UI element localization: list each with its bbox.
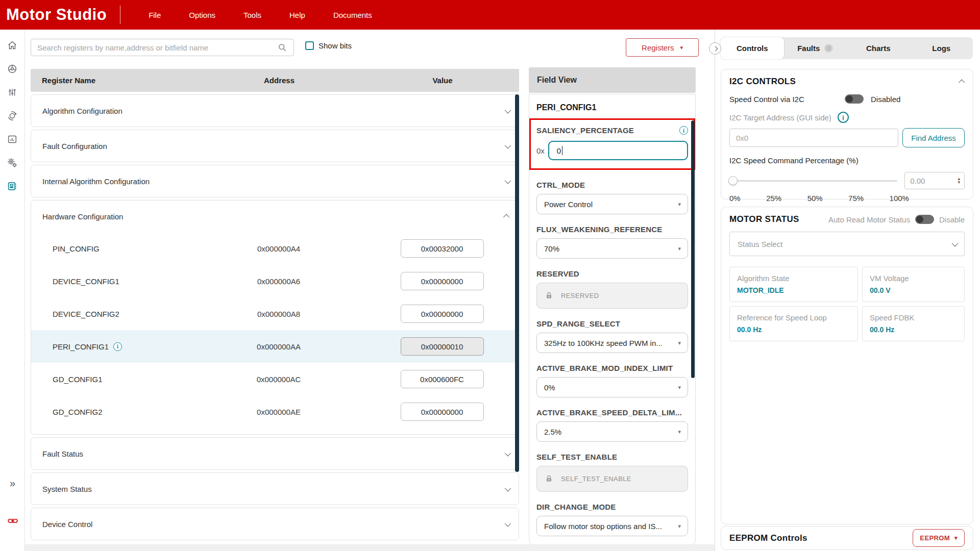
register-map-icon[interactable] [0, 174, 25, 198]
tab-logs[interactable]: Logs [910, 37, 973, 59]
table-row-peri-config1-selected[interactable]: PERI_CONFIG1 i 0x000000AA 0x00000010 [31, 330, 519, 363]
register-search-input[interactable]: Search registers by name,address or bitf… [31, 39, 294, 56]
faults-status-badge [824, 44, 833, 53]
field-label: CTRL_MODE [536, 181, 688, 189]
register-value-input[interactable]: 0x000600FC [401, 370, 484, 388]
algorithm-state-card: Algorithm State MOTOR_IDLE [729, 267, 858, 302]
speed-control-via-i2c-label: Speed Control via I2C [729, 95, 838, 104]
menu-tools[interactable]: Tools [243, 11, 261, 19]
chevron-down-icon [504, 107, 511, 113]
table-row-gd-config2[interactable]: GD_CONFIG2 0x000000AE 0x00000000 [31, 395, 519, 428]
sidebar-expand-button[interactable]: » [0, 478, 25, 489]
link-icon [7, 515, 18, 527]
field-view-panel: Field View PERI_CONFIG1 SALIENCY_PERCENT… [529, 67, 696, 550]
status-select-dropdown[interactable]: Status Select [729, 232, 965, 256]
field-view-scrollbar[interactable] [691, 120, 695, 378]
caret-down-icon: ▾ [678, 340, 681, 346]
auto-read-toggle[interactable] [915, 215, 934, 224]
table-row-pin-config[interactable]: PIN_CONFIG 0x000000A4 0x00032000 [31, 232, 519, 265]
app-logo: Motor Studio [0, 6, 120, 24]
speed-control-toggle[interactable] [845, 94, 864, 104]
tick-label: 50% [807, 194, 823, 203]
panel-collapse-button[interactable] [709, 42, 721, 55]
section-device-control[interactable]: Device Control [31, 508, 519, 540]
section-fault-configuration[interactable]: Fault Configuration [31, 130, 519, 162]
i2c-target-address-label: I2C Target Address (GUI side) [729, 113, 831, 122]
reserved-field: RESERVED RESERVED [529, 269, 695, 309]
dir-change-mode-select[interactable]: Follow motor stop options and IS...▾ [536, 516, 688, 536]
link-share-button[interactable] [0, 515, 25, 527]
home-icon[interactable] [0, 34, 25, 57]
flux-weakening-reference-select[interactable]: 70%▾ [536, 238, 688, 259]
eeprom-controls-card: EEPROM Controls EEPROM ▾ [721, 526, 973, 550]
menu-file[interactable]: File [149, 11, 161, 19]
section-label: Hardware Configuration [31, 212, 495, 221]
show-bits-checkbox[interactable] [305, 41, 314, 50]
eeprom-dropdown-button[interactable]: EEPROM ▾ [913, 529, 965, 547]
spinner-arrows-icon[interactable]: ▴▾ [958, 177, 960, 184]
select-value: 70% [544, 244, 559, 253]
speed-loop-reference-card: Reference for Speed Loop 00.0 Hz [729, 306, 858, 341]
caret-down-icon: ▾ [678, 523, 681, 529]
info-icon[interactable]: i [113, 342, 122, 351]
table-row-device-config2[interactable]: DEVICE_CONFIG2 0x000000A8 0x00000000 [31, 297, 519, 330]
tab-controls[interactable]: Controls [721, 37, 784, 59]
table-row-device-config1[interactable]: DEVICE_CONFIG1 0x000000A6 0x00000000 [31, 265, 519, 297]
register-value-input[interactable]: 0x00000000 [401, 403, 484, 421]
show-bits-toggle[interactable]: Show bits [305, 41, 352, 50]
section-label: Fault Status [31, 449, 495, 458]
find-address-button[interactable]: Find Address [902, 128, 965, 147]
motor-wheel-icon[interactable] [0, 57, 25, 81]
slider-thumb[interactable] [728, 176, 738, 185]
menu-options[interactable]: Options [189, 11, 215, 19]
section-algorithm-configuration[interactable]: Algorithm Configuration [31, 94, 519, 127]
section-internal-algorithm-configuration[interactable]: Internal Algorithm Configuration [31, 165, 519, 197]
tab-label: Charts [866, 44, 891, 53]
chevron-right-icon [713, 46, 718, 51]
saliency-percentage-input[interactable]: 0 [548, 141, 688, 160]
text-cursor [562, 146, 562, 155]
tab-charts[interactable]: Charts [847, 37, 910, 59]
info-icon[interactable]: i [838, 112, 849, 123]
i2c-speed-value-spinner[interactable]: 0.00 ▴▾ [904, 172, 965, 189]
tab-faults[interactable]: Faults [784, 37, 847, 59]
table-row-gd-config1[interactable]: GD_CONFIG1 0x000000AC 0x000600FC [31, 363, 519, 395]
hardware-configuration-header[interactable]: Hardware Configuration [31, 201, 519, 232]
slider-track [729, 180, 897, 182]
register-address: 0x000000A8 [192, 310, 365, 318]
menu-documents[interactable]: Documents [333, 11, 372, 19]
active-brake-speed-delta-limit-select[interactable]: 2.5%▾ [536, 421, 688, 442]
status-label: VM Voltage [870, 274, 957, 283]
register-value-input[interactable]: 0x00000000 [401, 272, 484, 290]
settings-gears-icon[interactable] [0, 151, 25, 174]
spd-range-select-field: SPD_RANGE_SELECT 325Hz to 100KHz speed P… [529, 319, 695, 353]
menu-help[interactable]: Help [289, 11, 305, 19]
field-view-register-name: PERI_CONFIG1 [529, 94, 695, 118]
section-system-status[interactable]: System Status [31, 472, 519, 505]
i2c-target-address-input[interactable]: 0x0 [729, 129, 898, 147]
table-scrollbar[interactable] [515, 94, 519, 472]
chart-panel-icon[interactable] [0, 128, 25, 151]
spin-motor-icon[interactable] [0, 104, 25, 128]
tune-sliders-icon[interactable] [0, 81, 25, 104]
self-test-enable-field: SELF_TEST_ENABLE SELF_TEST_ENABLE [529, 453, 695, 492]
register-value-input[interactable]: 0x00000010 [401, 337, 484, 356]
motor-status-title: MOTOR STATUS [729, 214, 799, 224]
active-brake-mod-index-limit-select[interactable]: 0%▾ [536, 377, 688, 397]
i2c-speed-command-label: I2C Speed Command Percentage (%) [729, 156, 965, 165]
register-table: Register Name Address Value Algorithm Co… [31, 69, 519, 540]
registers-dropdown-button[interactable]: Registers ▾ [626, 38, 699, 57]
ctrl-mode-select[interactable]: Power Control▾ [536, 194, 688, 214]
register-value-input[interactable]: 0x00032000 [401, 239, 484, 258]
section-fault-status[interactable]: Fault Status [31, 437, 519, 470]
select-value: Power Control [544, 200, 593, 209]
vm-voltage-card: VM Voltage 00.0 V [862, 267, 965, 302]
register-address: 0x000000AA [192, 342, 365, 351]
info-icon[interactable]: i [679, 126, 688, 135]
register-name: GD_CONFIG1 [53, 375, 103, 384]
spd-range-select[interactable]: 325Hz to 100KHz speed PWM in...▾ [536, 333, 688, 353]
chevron-up-icon[interactable] [959, 79, 965, 86]
i2c-speed-slider[interactable] [729, 176, 897, 185]
register-value-input[interactable]: 0x00000000 [401, 305, 484, 323]
tick-label: 0% [729, 194, 741, 203]
